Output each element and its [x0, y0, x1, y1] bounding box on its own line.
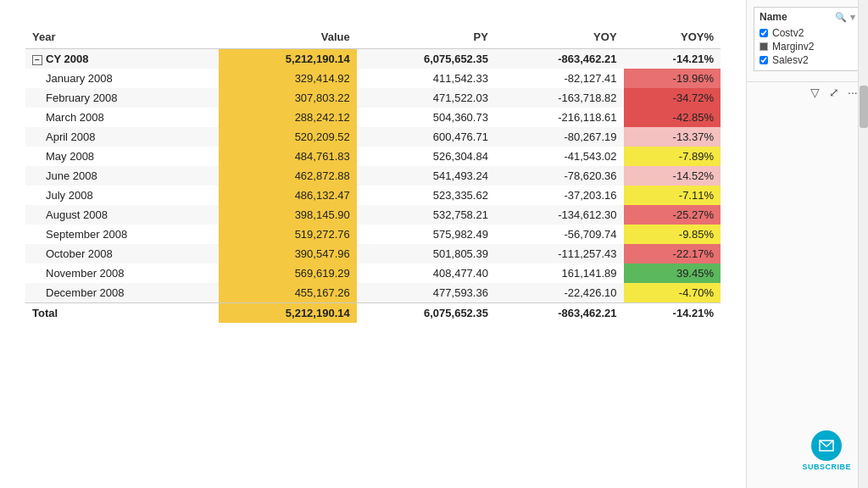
row-py: 504,360.73: [357, 108, 495, 127]
row-yoy: -80,267.19: [495, 127, 624, 147]
row-yoy: -41,543.02: [495, 147, 624, 166]
row-value: 520,209.52: [219, 127, 357, 147]
row-yoy: -163,718.82: [495, 88, 624, 108]
row-py: 600,476.71: [357, 127, 495, 147]
legend-item-marginv2: Marginv2: [760, 40, 855, 53]
row-yoy: -134,612.30: [495, 205, 624, 225]
row-yoypct: -19.96%: [624, 69, 721, 88]
table-row: October 2008 390,547.96 501,805.39 -111,…: [25, 244, 721, 263]
row-year: April 2008: [25, 127, 219, 147]
row-yoy: -78,620.36: [495, 166, 624, 186]
row-yoy: -22,426.10: [495, 283, 624, 303]
row-yoy: -37,203.16: [495, 186, 624, 205]
table-row: February 2008 307,803.22 471,522.03 -163…: [25, 88, 721, 108]
legend-title: Name 🔍 ▾: [760, 11, 855, 23]
row-py: 532,758.21: [357, 205, 495, 225]
costv2-label: Costv2: [772, 27, 804, 39]
row-yoypct: -7.11%: [624, 186, 721, 205]
cy-value: 5,212,190.14: [219, 49, 357, 69]
more-icon[interactable]: ▾: [850, 12, 855, 23]
row-yoypct: -34.72%: [624, 88, 721, 108]
scrollbar-thumb[interactable]: [860, 86, 868, 128]
row-py: 411,542.33: [357, 69, 495, 88]
col-yoy: YOY: [495, 25, 624, 49]
total-year: Total: [25, 303, 219, 324]
table-row: September 2008 519,272.76 575,982.49 -56…: [25, 225, 721, 244]
total-value: 5,212,190.14: [219, 303, 357, 324]
collapse-icon[interactable]: −: [32, 55, 42, 65]
row-yoypct: -42.85%: [624, 108, 721, 127]
total-yoy: -863,462.21: [495, 303, 624, 324]
salesv2-checkbox[interactable]: [760, 56, 768, 64]
total-py: 6,075,652.35: [357, 303, 495, 324]
table-row: May 2008 484,761.83 526,304.84 -41,543.0…: [25, 147, 721, 166]
subscribe-label: SUBSCRIBE: [802, 463, 851, 471]
salesv2-label: Salesv2: [772, 54, 809, 66]
table-row: July 2008 486,132.47 523,335.62 -37,203.…: [25, 186, 721, 205]
row-year: November 2008: [25, 263, 219, 283]
cy-py: 6,075,652.35: [357, 49, 495, 69]
panel-toolbar: ▽ ⤢ ···: [747, 81, 868, 103]
row-py: 575,982.49: [357, 225, 495, 244]
row-year: January 2008: [25, 69, 219, 88]
legend-item-costv2: Costv2: [760, 26, 855, 40]
costv2-checkbox[interactable]: [760, 29, 768, 37]
row-yoypct: -4.70%: [624, 283, 721, 303]
row-py: 501,805.39: [357, 244, 495, 263]
cy-yoy: -863,462.21: [495, 49, 624, 69]
legend-title-text: Name: [760, 11, 787, 23]
row-year: July 2008: [25, 186, 219, 205]
table-row: March 2008 288,242.12 504,360.73 -216,11…: [25, 108, 721, 127]
marginv2-label: Marginv2: [772, 41, 814, 53]
row-year: June 2008: [25, 166, 219, 186]
row-yoypct: -9.85%: [624, 225, 721, 244]
table-row-total: Total 5,212,190.14 6,075,652.35 -863,462…: [25, 303, 721, 324]
row-py: 477,593.36: [357, 283, 495, 303]
subscribe-icon[interactable]: [811, 430, 842, 461]
row-value: 462,872.88: [219, 166, 357, 186]
expand-icon[interactable]: ⤢: [829, 86, 843, 99]
table-header-row: Year Value PY YOY YOY%: [25, 25, 721, 49]
row-year: September 2008: [25, 225, 219, 244]
row-py: 471,522.03: [357, 88, 495, 108]
table-row: August 2008 398,145.90 532,758.21 -134,6…: [25, 205, 721, 225]
row-value: 484,761.83: [219, 147, 357, 166]
col-value: Value: [219, 25, 357, 49]
legend-item-salesv2: Salesv2: [760, 53, 855, 67]
row-year: March 2008: [25, 108, 219, 127]
table-row: December 2008 455,167.26 477,593.36 -22,…: [25, 283, 721, 303]
row-value: 329,414.92: [219, 69, 357, 88]
row-yoypct: -7.89%: [624, 147, 721, 166]
row-value: 307,803.22: [219, 88, 357, 108]
row-value: 390,547.96: [219, 244, 357, 263]
legend-box: Name 🔍 ▾ Costv2 Marginv2 Salesv2: [754, 7, 861, 71]
row-yoypct: -14.52%: [624, 166, 721, 186]
row-yoypct: -22.17%: [624, 244, 721, 263]
row-py: 541,493.24: [357, 166, 495, 186]
right-panel: Name 🔍 ▾ Costv2 Marginv2 Salesv2 ▽ ⤢ ···: [746, 0, 868, 488]
main-content: Year Value PY YOY YOY% −CY 2008 5,212,19…: [0, 0, 746, 488]
row-yoypct: 39.45%: [624, 263, 721, 283]
row-yoy: -56,709.74: [495, 225, 624, 244]
row-yoypct: -13.37%: [624, 127, 721, 147]
filter-icon[interactable]: ▽: [810, 86, 824, 99]
row-value: 569,619.29: [219, 263, 357, 283]
row-value: 519,272.76: [219, 225, 357, 244]
table-row: June 2008 462,872.88 541,493.24 -78,620.…: [25, 166, 721, 186]
row-year: December 2008: [25, 283, 219, 303]
total-yoypct: -14.21%: [624, 303, 721, 324]
subscribe-badge[interactable]: SUBSCRIBE: [802, 430, 851, 471]
col-year: Year: [25, 25, 219, 49]
legend-title-icons[interactable]: 🔍 ▾: [835, 12, 855, 23]
row-value: 486,132.47: [219, 186, 357, 205]
row-year: October 2008: [25, 244, 219, 263]
cy-year: −CY 2008: [25, 49, 219, 69]
cy-yoypct: -14.21%: [624, 49, 721, 69]
row-value: 288,242.12: [219, 108, 357, 127]
row-yoy: -82,127.41: [495, 69, 624, 88]
col-py: PY: [357, 25, 495, 49]
scrollbar-track[interactable]: [858, 0, 868, 488]
table-row: November 2008 569,619.29 408,477.40 161,…: [25, 263, 721, 283]
row-year: May 2008: [25, 147, 219, 166]
search-icon[interactable]: 🔍: [835, 12, 847, 23]
